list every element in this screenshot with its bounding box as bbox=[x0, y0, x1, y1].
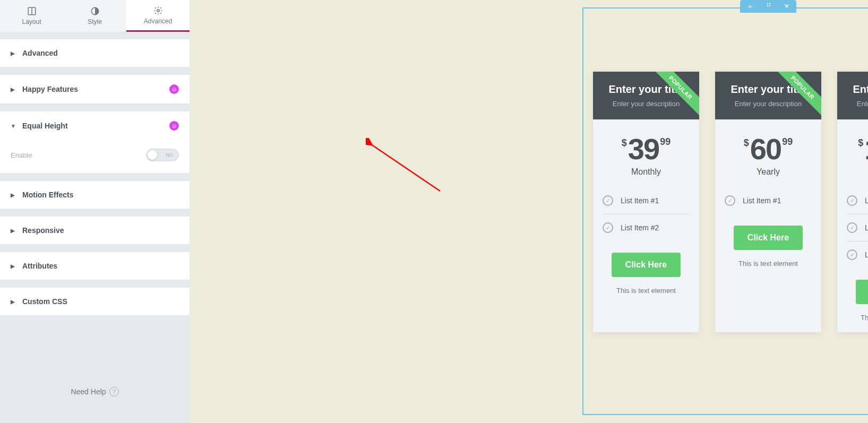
feature-text: List Item #2 bbox=[621, 223, 659, 232]
tab-style[interactable]: Style bbox=[63, 0, 126, 32]
feature-text: List Item #1 bbox=[865, 196, 868, 205]
list-item: ✓ List Item #2 bbox=[847, 214, 868, 241]
caret-right-icon: ▶ bbox=[11, 263, 16, 269]
caret-right-icon: ▶ bbox=[11, 299, 16, 305]
section-motion-effects-header[interactable]: ▶ Motion Effects bbox=[0, 181, 190, 209]
feature-list: ✓ List Item #1 ✓ List Item #2 ✓ List Ite… bbox=[837, 187, 868, 268]
help-icon: ? bbox=[109, 387, 119, 396]
section-responsive: ▶ Responsive bbox=[0, 217, 190, 245]
card-header: POPULAR Enter your title Enter your desc… bbox=[593, 72, 699, 119]
tab-advanced[interactable]: Advanced bbox=[126, 0, 190, 32]
feature-list: ✓ List Item #1 ✓ List Item #2 bbox=[593, 187, 699, 241]
section-custom-css: ▶ Custom CSS bbox=[0, 288, 190, 316]
enable-label: Enable bbox=[11, 151, 32, 159]
section-equal-height-title: Equal Height bbox=[22, 122, 68, 130]
price-block: $ 39 99 Monthly bbox=[593, 119, 699, 187]
caret-down-icon: ▼ bbox=[11, 123, 16, 129]
check-icon: ✓ bbox=[847, 222, 857, 233]
caret-right-icon: ▶ bbox=[11, 87, 16, 92]
pricing-card[interactable]: POPULAR Enter your title Enter your desc… bbox=[593, 72, 699, 332]
card-cta-button[interactable]: Click Here bbox=[612, 253, 681, 277]
tab-layout[interactable]: Layout bbox=[0, 0, 63, 32]
caret-right-icon: ▶ bbox=[11, 50, 16, 56]
card-footer-text: This is text element bbox=[715, 257, 821, 278]
section-attributes: ▶ Attributes bbox=[0, 252, 190, 280]
price-block: $ 100 99 Life Time bbox=[837, 119, 868, 187]
feature-text: List Item #1 bbox=[621, 196, 659, 205]
pricing-card[interactable]: POPULAR Enter your title Enter your desc… bbox=[715, 72, 821, 332]
happy-icon: ☺ bbox=[169, 121, 179, 131]
price: 100 bbox=[864, 134, 868, 164]
toggle-knob bbox=[148, 150, 157, 160]
style-icon bbox=[90, 6, 100, 16]
price-block: $ 60 99 Yearly bbox=[715, 119, 821, 187]
section-responsive-title: Responsive bbox=[22, 226, 64, 235]
section-attributes-title: Attributes bbox=[22, 262, 57, 270]
canvas: ＋ ⠿ ✕ POPULAR Enter your title Enter you… bbox=[190, 0, 868, 423]
popular-ribbon: POPULAR bbox=[648, 72, 699, 119]
pricing-card[interactable]: POPULAR Enter your title Enter your desc… bbox=[837, 72, 868, 332]
card-header: POPULAR Enter your title Enter your desc… bbox=[715, 72, 821, 119]
caret-right-icon: ▶ bbox=[11, 192, 16, 198]
toggle-text: NO bbox=[166, 152, 174, 158]
price: 39 bbox=[628, 134, 659, 164]
currency: $ bbox=[858, 137, 863, 149]
section-motion-effects: ▶ Motion Effects bbox=[0, 181, 190, 209]
card-header: POPULAR Enter your title Enter your desc… bbox=[837, 72, 868, 119]
feature-text: List Item #1 bbox=[743, 196, 781, 205]
card-footer-text: This is text element bbox=[837, 312, 868, 332]
tab-layout-label: Layout bbox=[22, 18, 41, 25]
price: 60 bbox=[750, 134, 781, 164]
list-item: ✓ List Item #2 bbox=[603, 214, 690, 241]
card-cta-button[interactable]: Click Here bbox=[856, 280, 868, 304]
card-title: Enter your title bbox=[843, 83, 868, 96]
list-item: ✓ List Item #1 bbox=[725, 187, 812, 214]
card-description: Enter your description bbox=[843, 100, 868, 108]
enable-field: Enable NO bbox=[11, 149, 179, 161]
price-period: Life Time bbox=[843, 167, 868, 177]
feature-text: List Item #2 bbox=[865, 223, 868, 232]
svg-line-4 bbox=[371, 144, 440, 191]
panel-tabs: Layout Style Advanced bbox=[0, 0, 190, 32]
check-icon: ✓ bbox=[725, 195, 735, 206]
check-icon: ✓ bbox=[847, 195, 857, 206]
enable-toggle[interactable]: NO bbox=[146, 149, 179, 161]
happy-badge: ☺ bbox=[169, 84, 179, 94]
tab-advanced-label: Advanced bbox=[144, 18, 172, 25]
annotation-arrow bbox=[366, 138, 445, 196]
price-cents: 99 bbox=[660, 136, 671, 148]
section-attributes-header[interactable]: ▶ Attributes bbox=[0, 252, 190, 280]
happy-badge: ☺ bbox=[169, 121, 179, 131]
section-custom-css-header[interactable]: ▶ Custom CSS bbox=[0, 288, 190, 315]
card-cta-button[interactable]: Click Here bbox=[734, 226, 803, 250]
price-period: Monthly bbox=[598, 167, 694, 177]
price-cents: 99 bbox=[782, 136, 793, 148]
check-icon: ✓ bbox=[603, 195, 613, 206]
section-motion-effects-title: Motion Effects bbox=[22, 191, 73, 199]
section-equal-height-header[interactable]: ▼ Equal Height ☺ bbox=[0, 111, 190, 140]
list-item: ✓ List Item #1 bbox=[603, 187, 690, 214]
section-happy-features-title: Happy Features bbox=[22, 85, 78, 93]
tab-style-label: Style bbox=[88, 18, 102, 25]
section-equal-height-body: Enable NO bbox=[0, 140, 190, 173]
price-period: Yearly bbox=[720, 167, 816, 177]
layout-icon bbox=[27, 6, 37, 16]
list-item: ✓ List Item #1 bbox=[847, 187, 868, 214]
svg-point-3 bbox=[157, 9, 159, 12]
need-help[interactable]: Need Help ? bbox=[0, 366, 190, 423]
section-responsive-header[interactable]: ▶ Responsive bbox=[0, 217, 190, 244]
check-icon: ✓ bbox=[847, 249, 857, 260]
need-help-label: Need Help bbox=[71, 387, 106, 396]
card-footer-text: This is text element bbox=[593, 284, 699, 305]
card-description: Enter your description bbox=[720, 100, 816, 108]
currency: $ bbox=[744, 137, 749, 149]
happy-icon: ☺ bbox=[169, 84, 179, 94]
section-advanced: ▶ Advanced bbox=[0, 39, 190, 67]
feature-text: List Item #3 bbox=[865, 251, 868, 259]
sidebar: Layout Style Advanced ▶ Advanced ▶ Happy… bbox=[0, 0, 190, 423]
caret-right-icon: ▶ bbox=[11, 228, 16, 234]
section-happy-features-header[interactable]: ▶ Happy Features ☺ bbox=[0, 75, 190, 103]
check-icon: ✓ bbox=[603, 222, 613, 233]
section-custom-css-title: Custom CSS bbox=[22, 297, 67, 306]
section-advanced-header[interactable]: ▶ Advanced bbox=[0, 39, 190, 67]
